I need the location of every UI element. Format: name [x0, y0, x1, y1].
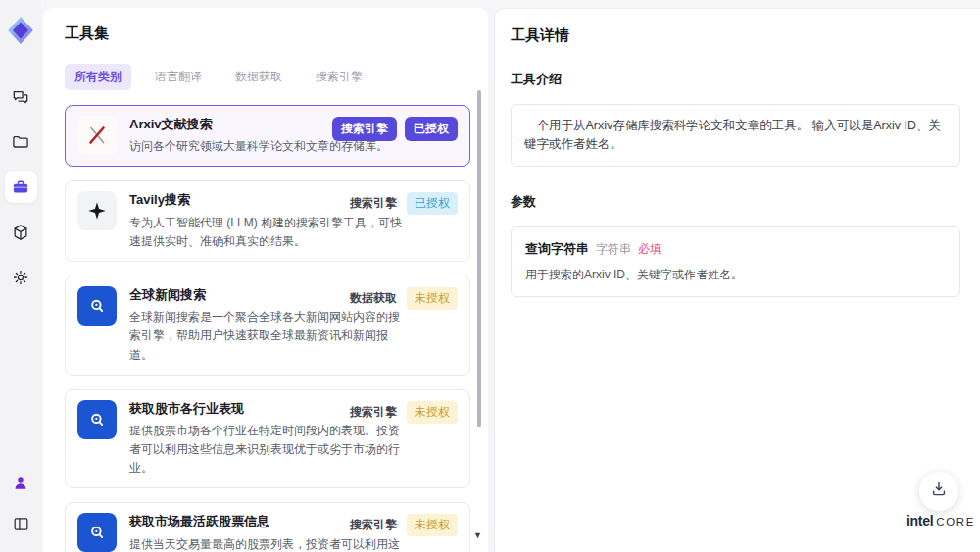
sidebar	[0, 0, 41, 552]
category-label: 搜索引擎	[350, 404, 397, 421]
news-search-icon	[77, 286, 117, 326]
category-label: 数据获取	[350, 290, 397, 307]
status-badge: 已授权	[407, 192, 458, 215]
tool-description: 提供股票市场各个行业在特定时间段内的表现。投资者可以利用这些信息来识别表现优于或…	[129, 422, 410, 478]
sidebar-item user-avatar-icon[interactable]	[5, 467, 37, 499]
status-badge: 未授权	[407, 287, 458, 310]
tool-card[interactable]: Tavily搜索 专为人工智能代理 (LLM) 构建的搜索引擎工具，可快速提供实…	[65, 180, 470, 262]
param-card: 查询字符串 字符串 必填 用于搜索的Arxiv ID、关键字或作者姓名。	[511, 226, 960, 297]
tool-cards: Arxiv文献搜索 访问各个研究领域大量科学论文和文章的存储库。 搜索引擎已授权…	[65, 105, 470, 552]
tab-2[interactable]: 数据获取	[225, 64, 292, 90]
param-description: 用于搜索的Arxiv ID、关键字或作者姓名。	[525, 267, 946, 283]
sidebar-item panel-toggle-icon[interactable]	[5, 508, 37, 540]
status-badge: 未授权	[407, 401, 458, 424]
param-required-badge: 必填	[638, 241, 662, 258]
param-type: 字符串	[596, 241, 631, 258]
status-badge[interactable]: 已授权	[405, 117, 458, 141]
intel-core-logo: intelCORE	[904, 512, 978, 529]
tab-3[interactable]: 搜索引擎	[306, 64, 372, 90]
sidebar-bottom	[5, 467, 37, 540]
sidebar-nav	[5, 80, 37, 293]
category-label: 搜索引擎	[350, 195, 397, 212]
star-icon	[77, 191, 117, 230]
download-icon	[929, 479, 949, 503]
scroll-down-indicator[interactable]: ▼	[473, 531, 482, 540]
sidebar-item cube-icon[interactable]	[5, 216, 37, 248]
sidebar-item settings-icon[interactable]	[5, 261, 37, 293]
app-logo diamond-logo-icon	[6, 16, 35, 45]
status-badge: 未授权	[407, 514, 458, 536]
tool-detail-panel: 工具详情 工具介绍 一个用于从Arxiv存储库搜索科学论文和文章的工具。 输入可…	[494, 8, 980, 552]
category-badge[interactable]: 搜索引擎	[332, 117, 397, 141]
page-title: 工具集	[65, 25, 470, 43]
scrollbar-thumb[interactable]	[477, 90, 481, 427]
sidebar-item toolbox-icon[interactable]	[5, 171, 37, 203]
scrollbar[interactable]	[477, 90, 481, 427]
tool-description: 提供当天交易量最高的股票列表，投资者可以利用这些信息来识别流动性强的股票和潜在的…	[129, 535, 410, 552]
tool-description: 专为人工智能代理 (LLM) 构建的搜索引擎工具，可快速提供实时、准确和真实的结…	[129, 214, 410, 251]
tab-1[interactable]: 语言翻译	[145, 64, 212, 90]
tab-0[interactable]: 所有类别	[65, 64, 131, 90]
tool-card[interactable]: 全球新闻搜索 全球新闻搜索是一个聚合全球各大新闻网站内容的搜索引擎，帮助用户快速…	[65, 276, 470, 376]
sidebar-item folder-icon[interactable]	[5, 125, 37, 158]
tool-description: 全球新闻搜索是一个聚合全球各大新闻网站内容的搜索引擎，帮助用户快速获取全球最新资…	[129, 308, 410, 365]
category-label: 搜索引擎	[350, 517, 397, 533]
tool-card[interactable]: 获取股市各行业表现 提供股票市场各个行业在特定时间段内的表现。投资者可以利用这些…	[65, 389, 470, 489]
param-name: 查询字符串	[525, 240, 589, 258]
params-heading: 参数	[511, 193, 960, 211]
arxiv-icon	[77, 116, 117, 155]
tool-card[interactable]: Arxiv文献搜索 访问各个研究领域大量科学论文和文章的存储库。 搜索引擎已授权	[65, 105, 470, 167]
download-button[interactable]	[919, 472, 958, 511]
tools-list-panel: 工具集 所有类别语言翻译数据获取搜索引擎 Arxiv文献搜索 访问各个研究领域大…	[43, 8, 488, 552]
brand-word-intel: intel	[906, 513, 933, 528]
app-window: 工具集 所有类别语言翻译数据获取搜索引擎 Arxiv文献搜索 访问各个研究领域大…	[0, 0, 980, 552]
detail-title: 工具详情	[511, 26, 960, 45]
stock-search-icon	[77, 400, 117, 439]
tool-card[interactable]: 获取市场最活跃股票信息 提供当天交易量最高的股票列表，投资者可以利用这些信息来识…	[65, 502, 470, 552]
sidebar-item chat-icon[interactable]	[5, 80, 37, 113]
intro-heading: 工具介绍	[511, 71, 960, 88]
category-tabs: 所有类别语言翻译数据获取搜索引擎	[65, 64, 470, 90]
intro-text: 一个用于从Arxiv存储库搜索科学论文和文章的工具。 输入可以是Arxiv ID…	[511, 104, 960, 167]
stock-search-icon	[77, 513, 117, 552]
brand-word-core: CORE	[936, 516, 975, 527]
